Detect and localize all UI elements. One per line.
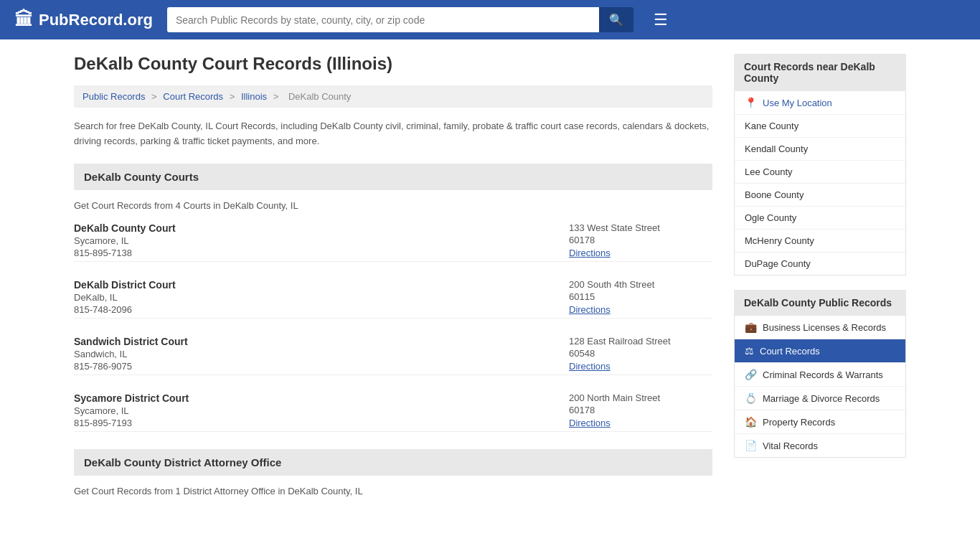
breadcrumb-illinois[interactable]: Illinois — [241, 91, 267, 102]
sidebar-public-records-list: 💼 Business Licenses & Records ⚖ Court Re… — [734, 316, 906, 458]
sidebar-label-court-records: Court Records — [760, 346, 820, 357]
court-address-2: 128 East Railroad Street — [569, 336, 712, 347]
search-button[interactable]: 🔍 — [599, 7, 633, 32]
sidebar-link-marriage-records[interactable]: Marriage & Divorce Records — [763, 393, 880, 404]
sidebar-item-criminal-records[interactable]: 🔗 Criminal Records & Warrants — [735, 363, 905, 387]
court-zip-0: 60178 — [569, 235, 712, 245]
sidebar-item-lee[interactable]: Lee County — [735, 161, 905, 184]
district-attorney-header: DeKalb County District Attorney Office — [74, 449, 712, 476]
sidebar-item-kane[interactable]: Kane County — [735, 115, 905, 138]
sidebar-link-kendall[interactable]: Kendall County — [745, 143, 808, 154]
court-right-1: 200 South 4th Street 60115 Directions — [569, 279, 712, 315]
main-container: DeKalb County Court Records (Illinois) P… — [60, 39, 920, 522]
directions-link-3[interactable]: Directions — [569, 418, 611, 428]
sidebar-link-dupage[interactable]: DuPage County — [745, 258, 811, 269]
court-phone-3: 815-895-7193 — [74, 418, 189, 428]
court-left-0: DeKalb County Court Sycamore, IL 815-895… — [74, 222, 176, 258]
sidebar-public-records-title: DeKalb County Public Records — [734, 290, 906, 316]
courts-section-header: DeKalb County Courts — [74, 164, 712, 190]
court-entry-0: DeKalb County Court Sycamore, IL 815-895… — [74, 222, 712, 262]
sidebar-link-boone[interactable]: Boone County — [745, 189, 804, 200]
page-description: Search for free DeKalb County, IL Court … — [74, 119, 712, 149]
briefcase-icon: 💼 — [745, 321, 757, 333]
breadcrumb-dekalb-county: DeKalb County — [288, 91, 351, 102]
sidebar-item-boone[interactable]: Boone County — [735, 184, 905, 207]
page-title: DeKalb County Court Records (Illinois) — [74, 54, 712, 74]
sidebar-link-mchenry[interactable]: McHenry County — [745, 235, 814, 246]
logo-icon: 🏛 — [14, 9, 33, 31]
sidebar-use-location[interactable]: 📍 Use My Location — [735, 91, 905, 115]
location-icon: 📍 — [745, 97, 757, 108]
court-entry-3: Sycamore District Court Sycamore, IL 815… — [74, 392, 712, 432]
district-attorney-description: Get Court Records from 1 District Attorn… — [74, 486, 712, 496]
sidebar: Court Records near DeKalb County 📍 Use M… — [734, 54, 906, 508]
marriage-icon: 💍 — [745, 392, 757, 404]
court-entry-1: DeKalb District Court DeKalb, IL 815-748… — [74, 279, 712, 319]
sidebar-nearby-title: Court Records near DeKalb County — [734, 54, 906, 91]
court-right-3: 200 North Main Street 60178 Directions — [569, 392, 712, 428]
sidebar-link-vital-records[interactable]: Vital Records — [763, 441, 818, 451]
criminal-icon: 🔗 — [745, 369, 757, 380]
courts-sub-description: Get Court Records from 4 Courts in DeKal… — [74, 200, 712, 211]
breadcrumb-sep-3: > — [273, 91, 281, 102]
court-address-0: 133 West State Street — [569, 222, 712, 233]
court-zip-1: 60115 — [569, 291, 712, 302]
vital-icon: 📄 — [745, 440, 757, 451]
sidebar-nearby-list: 📍 Use My Location Kane County Kendall Co… — [734, 91, 906, 276]
court-name-0: DeKalb County Court — [74, 222, 176, 234]
court-address-3: 200 North Main Street — [569, 392, 712, 403]
court-city-2: Sandwich, IL — [74, 349, 188, 359]
court-right-0: 133 West State Street 60178 Directions — [569, 222, 712, 258]
court-left-2: Sandwich District Court Sandwich, IL 815… — [74, 336, 188, 372]
court-address-1: 200 South 4th Street — [569, 279, 712, 290]
sidebar-item-ogle[interactable]: Ogle County — [735, 207, 905, 230]
sidebar-link-kane[interactable]: Kane County — [745, 121, 798, 131]
breadcrumb-court-records[interactable]: Court Records — [163, 91, 223, 102]
sidebar-use-location-label: Use My Location — [763, 98, 832, 108]
court-city-0: Sycamore, IL — [74, 235, 176, 246]
court-phone-2: 815-786-9075 — [74, 361, 188, 372]
sidebar-link-lee[interactable]: Lee County — [745, 166, 793, 177]
sidebar-item-court-records[interactable]: ⚖ Court Records — [735, 339, 905, 363]
sidebar-item-property-records[interactable]: 🏠 Property Records — [735, 410, 905, 434]
logo-text: PubRecord.org — [39, 11, 153, 29]
breadcrumb: Public Records > Court Records > Illinoi… — [74, 85, 712, 108]
sidebar-item-mchenry[interactable]: McHenry County — [735, 230, 905, 253]
court-left-3: Sycamore District Court Sycamore, IL 815… — [74, 392, 189, 428]
district-attorney-section: DeKalb County District Attorney Office G… — [74, 449, 712, 496]
court-zip-3: 60178 — [569, 405, 712, 415]
sidebar-item-business-licenses[interactable]: 💼 Business Licenses & Records — [735, 316, 905, 339]
header: 🏛 PubRecord.org 🔍 ☰ — [0, 0, 980, 39]
court-name-3: Sycamore District Court — [74, 392, 189, 404]
sidebar-link-business-licenses[interactable]: Business Licenses & Records — [763, 322, 886, 333]
court-left-1: DeKalb District Court DeKalb, IL 815-748… — [74, 279, 176, 315]
court-phone-1: 815-748-2096 — [74, 304, 176, 315]
search-input[interactable] — [167, 7, 599, 32]
court-zip-2: 60548 — [569, 348, 712, 359]
court-entry-2: Sandwich District Court Sandwich, IL 815… — [74, 336, 712, 375]
breadcrumb-public-records[interactable]: Public Records — [83, 91, 145, 102]
logo-link[interactable]: 🏛 PubRecord.org — [14, 9, 153, 31]
sidebar-item-dupage[interactable]: DuPage County — [735, 253, 905, 275]
sidebar-link-criminal-records[interactable]: Criminal Records & Warrants — [763, 369, 883, 380]
directions-link-0[interactable]: Directions — [569, 248, 611, 258]
sidebar-link-ogle[interactable]: Ogle County — [745, 212, 796, 223]
search-bar: 🔍 — [167, 7, 633, 32]
breadcrumb-sep-1: > — [151, 91, 159, 102]
sidebar-item-kendall[interactable]: Kendall County — [735, 138, 905, 161]
directions-link-1[interactable]: Directions — [569, 304, 611, 315]
sidebar-link-property-records[interactable]: Property Records — [763, 417, 835, 428]
court-city-3: Sycamore, IL — [74, 405, 189, 416]
directions-link-2[interactable]: Directions — [569, 361, 611, 372]
court-name-2: Sandwich District Court — [74, 336, 188, 347]
menu-button[interactable]: ☰ — [648, 8, 674, 32]
sidebar-item-vital-records[interactable]: 📄 Vital Records — [735, 434, 905, 457]
court-phone-0: 815-895-7138 — [74, 248, 176, 258]
court-right-2: 128 East Railroad Street 60548 Direction… — [569, 336, 712, 372]
court-name-1: DeKalb District Court — [74, 279, 176, 291]
home-icon: 🏠 — [745, 416, 757, 428]
court-city-1: DeKalb, IL — [74, 292, 176, 303]
content-area: DeKalb County Court Records (Illinois) P… — [74, 54, 712, 508]
sidebar-item-marriage-records[interactable]: 💍 Marriage & Divorce Records — [735, 387, 905, 410]
scales-icon: ⚖ — [745, 345, 754, 357]
